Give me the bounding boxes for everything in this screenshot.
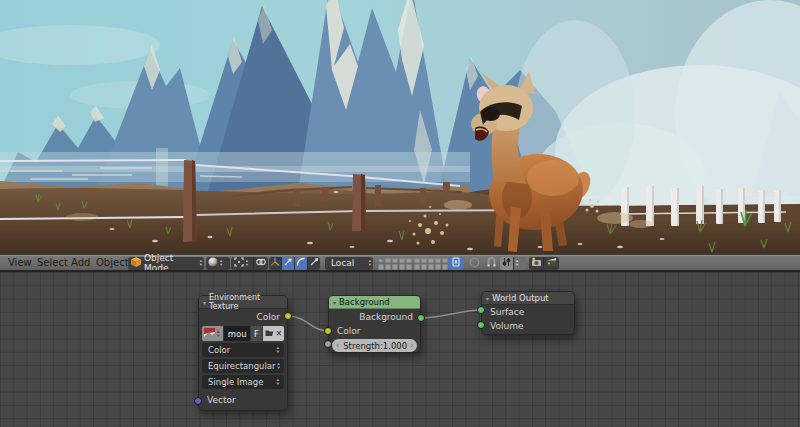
render-still-camera-icon <box>531 257 542 269</box>
node-environment-texture[interactable]: ▾ Environment Texture Color ▴▾ mou F ✕ <box>198 295 288 411</box>
input-volume-label: Volume <box>482 319 574 334</box>
wire-color-to-background <box>288 316 328 331</box>
open-folder-icon <box>265 329 274 339</box>
layers-block-1[interactable] <box>378 258 412 270</box>
proportional-edit-icon <box>469 257 480 270</box>
node-environment-texture-header[interactable]: ▾ Environment Texture <box>199 296 287 309</box>
snap-element-icon <box>502 257 511 269</box>
render-animation-button[interactable] <box>544 257 559 270</box>
rotate-manipulator-button[interactable] <box>295 257 308 270</box>
node-background[interactable]: ▾ Background Background Color ‹ Strength… <box>328 295 421 353</box>
proportional-edit-button[interactable] <box>467 257 482 270</box>
pivot-group: ▴▾ <box>231 257 268 270</box>
viewport-header: View Select Add Object Object Mode ▴▾ ▴▾… <box>0 254 800 270</box>
output-background-label: Background <box>329 309 420 325</box>
node-editor[interactable]: ▾ Environment Texture Color ▴▾ mou F ✕ <box>0 270 800 427</box>
socket-world-surface-input[interactable] <box>477 306 485 314</box>
socket-env-vector-input[interactable] <box>194 397 202 405</box>
scale-manipulator-button[interactable] <box>308 257 320 270</box>
input-surface-label: Surface <box>482 305 574 319</box>
color-space-dropdown[interactable]: Color▴▾ <box>202 343 284 357</box>
manipulator-toggle[interactable] <box>269 257 282 270</box>
shading-dropdown[interactable]: ▴▾ <box>206 257 230 270</box>
menu-add[interactable]: Add <box>71 257 90 268</box>
socket-world-volume-input[interactable] <box>477 321 485 329</box>
input-color-label: Color <box>329 325 420 337</box>
node-world-output[interactable]: ▾ World Output Surface Volume <box>481 291 575 335</box>
translate-manipulator-icon <box>283 257 293 269</box>
socket-background-color-input[interactable] <box>324 327 332 335</box>
menu-object[interactable]: Object <box>96 257 129 268</box>
socket-background-output[interactable] <box>417 314 425 322</box>
viewport-shading-sphere-icon <box>208 257 218 269</box>
render-group <box>529 257 559 270</box>
node-title: World Output <box>492 293 549 303</box>
image-name-field[interactable]: mou <box>224 326 250 341</box>
strength-slider[interactable]: ‹ Strength: 1.000 › <box>332 339 417 352</box>
layers-block-2[interactable] <box>414 258 448 270</box>
collapse-triangle-icon[interactable]: ▾ <box>203 299 206 306</box>
image-open-unlink-button[interactable]: ✕ <box>263 326 284 341</box>
layer-cell-active[interactable] <box>378 258 384 264</box>
slider-left-arrow[interactable]: ‹ <box>336 341 339 350</box>
menu-view[interactable]: View <box>8 257 32 268</box>
blender-window: View Select Add Object Object Mode ▴▾ ▴▾… <box>0 0 800 427</box>
node-world-output-header[interactable]: ▾ World Output <box>482 292 574 305</box>
translate-manipulator-button[interactable] <box>282 257 295 270</box>
fake-user-button[interactable]: F <box>251 326 262 341</box>
3d-viewport[interactable] <box>0 0 800 254</box>
snap-element-group: ▴▾ <box>500 257 526 270</box>
collapse-triangle-icon[interactable]: ▾ <box>486 295 489 302</box>
cube-icon <box>131 257 141 269</box>
output-color-label: Color <box>199 309 287 325</box>
rotate-manipulator-icon <box>296 257 306 269</box>
snap-button[interactable] <box>484 257 499 270</box>
scale-manipulator-icon <box>309 257 319 269</box>
collapse-triangle-icon[interactable]: ▾ <box>333 299 336 306</box>
manipulator-axis-icon <box>270 257 280 269</box>
menu-select[interactable]: Select <box>37 257 68 268</box>
snap-element-dropdown[interactable] <box>500 257 514 270</box>
manipulate-center-points-button[interactable] <box>254 257 268 270</box>
socket-env-color-output[interactable] <box>284 312 292 320</box>
image-datablock-row: ▴▾ mou F ✕ <box>202 326 284 341</box>
viewport-scene <box>0 0 800 254</box>
render-still-button[interactable] <box>529 257 544 270</box>
source-dropdown[interactable]: Single Image▴▾ <box>202 375 284 389</box>
pivot-dropdown[interactable]: ▴▾ <box>231 257 254 270</box>
manipulate-center-points-icon <box>256 257 266 269</box>
snap-magnet-icon <box>486 257 497 270</box>
wire-background-to-surface <box>421 310 481 318</box>
slider-right-arrow[interactable]: › <box>410 341 413 350</box>
node-background-header[interactable]: ▾ Background <box>329 296 420 309</box>
lock-icon <box>451 257 461 269</box>
input-vector-label: Vector <box>199 393 287 407</box>
manipulator-group <box>269 257 320 270</box>
node-title: Background <box>339 297 390 307</box>
unlink-x-icon: ✕ <box>276 329 283 338</box>
mode-dropdown[interactable]: Object Mode ▴▾ <box>128 257 204 270</box>
render-animation-clapper-icon <box>546 257 557 269</box>
projection-dropdown[interactable]: Equirectangular▴▾ <box>202 359 284 373</box>
image-browse-button[interactable]: ▴▾ <box>202 326 223 341</box>
socket-background-strength-input[interactable] <box>324 340 332 348</box>
lock-button[interactable] <box>448 257 464 270</box>
pivot-point-icon <box>234 257 244 269</box>
image-thumbnail-icon <box>204 328 215 339</box>
orientation-dropdown[interactable]: Local ▴▾ <box>325 257 373 270</box>
